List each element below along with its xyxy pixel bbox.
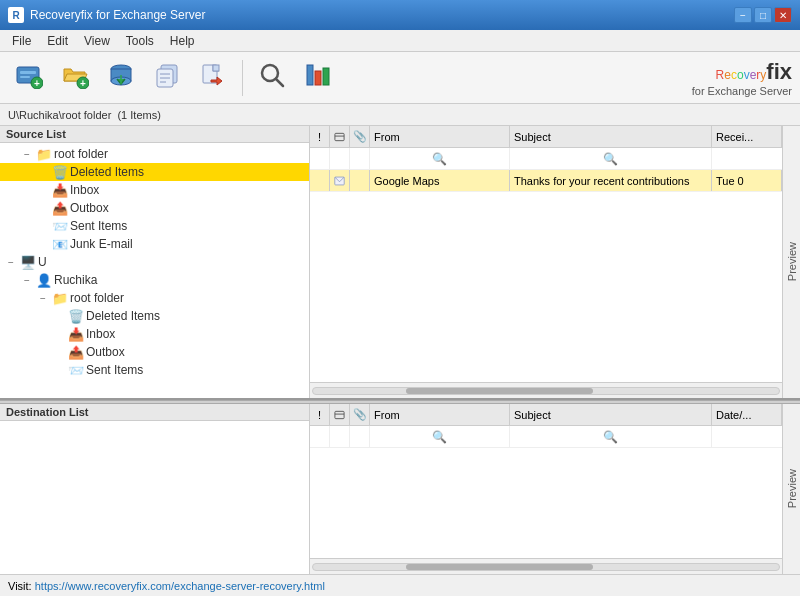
- report-icon: [304, 61, 332, 94]
- minimize-button[interactable]: −: [734, 7, 752, 23]
- tree-item[interactable]: 📨 Sent Items: [0, 217, 309, 235]
- menu-tools[interactable]: Tools: [118, 32, 162, 50]
- app-icon: R: [8, 7, 24, 23]
- dest-col-priority-header[interactable]: !: [310, 404, 330, 425]
- email-received: Tue 0: [712, 170, 782, 191]
- col-priority-header[interactable]: !: [310, 126, 330, 147]
- close-button[interactable]: ✕: [774, 7, 792, 23]
- dest-col-date-header[interactable]: Date/...: [712, 404, 782, 425]
- tree-node-icon: 📨: [68, 362, 84, 378]
- dest-scroll-thumb[interactable]: [406, 564, 592, 570]
- add-store-icon: +: [15, 61, 43, 94]
- menu-help[interactable]: Help: [162, 32, 203, 50]
- tree-item[interactable]: 🗑️ Deleted Items: [0, 307, 309, 325]
- dest-search-from[interactable]: 🔍: [370, 426, 510, 447]
- add-store-button[interactable]: +: [8, 57, 50, 99]
- dest-col-attach-header[interactable]: 📎: [350, 404, 370, 425]
- tree-node-label: Outbox: [70, 201, 109, 215]
- destination-tree[interactable]: [0, 421, 309, 574]
- logo-subtitle: for Exchange Server: [692, 85, 792, 97]
- search-subject[interactable]: 🔍: [510, 148, 712, 169]
- preview-label[interactable]: Preview: [784, 238, 800, 285]
- tree-item[interactable]: − 📁 root folder: [0, 145, 309, 163]
- scroll-track[interactable]: [312, 387, 780, 395]
- dest-search-from-icon: 🔍: [432, 430, 447, 444]
- logo-r: R: [716, 68, 725, 82]
- tree-node-label: Ruchika: [54, 273, 97, 287]
- window-title: Recoveryfix for Exchange Server: [30, 8, 734, 22]
- logo-o: o: [737, 68, 744, 82]
- tree-node-label: Sent Items: [70, 219, 127, 233]
- svg-rect-21: [315, 71, 321, 85]
- top-pane: Source List − 📁 root folder 🗑️ Deleted I…: [0, 126, 800, 400]
- tree-node-label: U: [38, 255, 47, 269]
- svg-rect-20: [307, 65, 313, 85]
- destination-list-panel: Destination List: [0, 404, 310, 574]
- tree-item[interactable]: 📤 Outbox: [0, 199, 309, 217]
- email-horizontal-scrollbar[interactable]: [310, 382, 782, 398]
- tree-item[interactable]: − 📁 root folder: [0, 289, 309, 307]
- dest-preview-label[interactable]: Preview: [784, 465, 800, 512]
- save-db-button[interactable]: [100, 57, 142, 99]
- destination-email-panel: ! 📎 From Subject Date/...: [310, 404, 782, 574]
- svg-text:+: +: [34, 78, 40, 89]
- report-button[interactable]: [297, 57, 339, 99]
- dest-col-from-header[interactable]: From: [370, 404, 510, 425]
- tree-node-icon: 📁: [36, 146, 52, 162]
- export-button[interactable]: [192, 57, 234, 99]
- tree-node-label: Outbox: [86, 345, 125, 359]
- tree-expand-icon[interactable]: −: [36, 293, 50, 304]
- source-list-header: Source List: [0, 126, 309, 143]
- email-rows: Google Maps Thanks for your recent contr…: [310, 170, 782, 382]
- search-button[interactable]: [251, 57, 293, 99]
- col-type-header[interactable]: [330, 126, 350, 147]
- menu-view[interactable]: View: [76, 32, 118, 50]
- tree-node-icon: 📤: [68, 344, 84, 360]
- tree-node-label: Inbox: [70, 183, 99, 197]
- tree-expand-icon[interactable]: −: [20, 275, 34, 286]
- scroll-thumb[interactable]: [406, 388, 592, 394]
- tree-node-label: root folder: [70, 291, 124, 305]
- tree-expand-icon[interactable]: −: [20, 149, 34, 160]
- tree-item[interactable]: 🗑️ Deleted Items: [0, 163, 309, 181]
- dest-search-type: [330, 426, 350, 447]
- col-attach-header[interactable]: 📎: [350, 126, 370, 147]
- col-subject-header[interactable]: Subject: [510, 126, 712, 147]
- maximize-button[interactable]: □: [754, 7, 772, 23]
- dest-horizontal-scrollbar[interactable]: [310, 558, 782, 574]
- tree-node-icon: 🖥️: [20, 254, 36, 270]
- dest-search-subject[interactable]: 🔍: [510, 426, 712, 447]
- tree-node-label: Inbox: [86, 327, 115, 341]
- tree-item[interactable]: − 👤 Ruchika: [0, 271, 309, 289]
- search-attach: [350, 148, 370, 169]
- open-button[interactable]: +: [54, 57, 96, 99]
- website-link[interactable]: https://www.recoveryfix.com/exchange-ser…: [35, 580, 325, 592]
- destination-list-header: Destination List: [0, 404, 309, 421]
- dest-col-subject-header[interactable]: Subject: [510, 404, 712, 425]
- tree-expand-icon[interactable]: −: [4, 257, 18, 268]
- col-from-header[interactable]: From: [370, 126, 510, 147]
- tree-node-icon: 📤: [52, 200, 68, 216]
- tree-item[interactable]: − 🖥️ U: [0, 253, 309, 271]
- tree-item[interactable]: 📥 Inbox: [0, 181, 309, 199]
- tree-node-icon: 📁: [52, 290, 68, 306]
- dest-scroll-track[interactable]: [312, 563, 780, 571]
- dest-search-attach: [350, 426, 370, 447]
- email-from: Google Maps: [370, 170, 510, 191]
- email-list-header: ! 📎 From Subject Recei...: [310, 126, 782, 148]
- email-attach: [350, 170, 370, 191]
- email-row[interactable]: Google Maps Thanks for your recent contr…: [310, 170, 782, 192]
- tree-item[interactable]: 📨 Sent Items: [0, 361, 309, 379]
- col-received-header[interactable]: Recei...: [712, 126, 782, 147]
- tree-item[interactable]: 📥 Inbox: [0, 325, 309, 343]
- preview-sidebar: Preview: [782, 126, 800, 398]
- tree-item[interactable]: 📧 Junk E-mail: [0, 235, 309, 253]
- source-tree[interactable]: − 📁 root folder 🗑️ Deleted Items 📥 Inbox…: [0, 143, 309, 398]
- search-from[interactable]: 🔍: [370, 148, 510, 169]
- tree-item[interactable]: 📤 Outbox: [0, 343, 309, 361]
- dest-col-type-header[interactable]: [330, 404, 350, 425]
- copy-button[interactable]: [146, 57, 188, 99]
- search-subject-icon: 🔍: [603, 152, 618, 166]
- menu-file[interactable]: File: [4, 32, 39, 50]
- menu-edit[interactable]: Edit: [39, 32, 76, 50]
